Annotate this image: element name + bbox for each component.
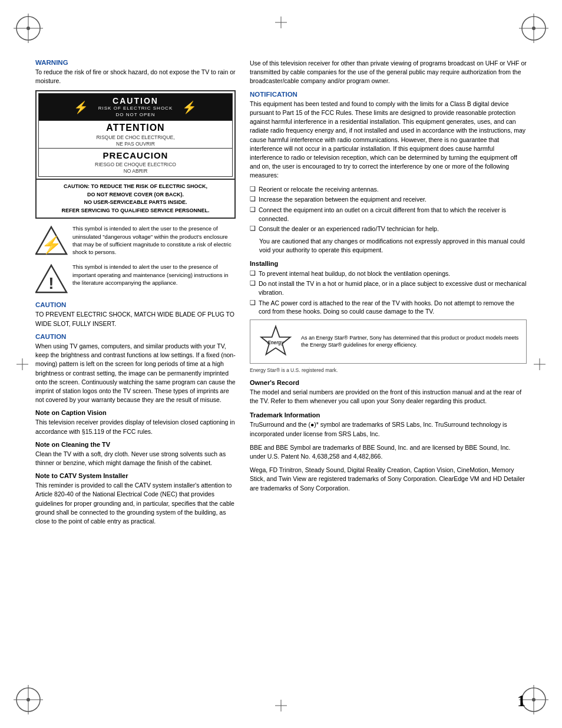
symbol1-row: ⚡ This symbol is intended to alert the u… — [35, 225, 236, 258]
cross-bottom-center — [275, 700, 287, 711]
installing-list: To prevent internal heat buildup, do not… — [250, 269, 527, 316]
precaucion-text: PRECAUCION — [39, 148, 232, 161]
notification-list-item2: Increase the separation between the equi… — [250, 195, 527, 204]
caution-bottom-line1: CAUTION: TO REDUCE THE RISK OF ELECTRIC … — [41, 183, 230, 191]
caution-bottom-line3: NO USER-SERVICEABLE PARTS INSIDE. — [41, 199, 230, 207]
svg-text:Energy: Energy — [267, 340, 284, 345]
trademark-para2: BBE and BBE Symbol are trademarks of BBE… — [250, 443, 527, 461]
page-wrapper: WARNING To reduce the risk of fire or sh… — [0, 0, 562, 728]
energy-star-note: Energy Star® is a U.S. registered mark. — [250, 367, 527, 373]
caution1-title: CAUTION — [35, 301, 236, 308]
cross-top-center — [275, 17, 287, 28]
owners-record-title: Owner's Record — [250, 379, 527, 386]
content-area: WARNING To reduce the risk of fire or sh… — [35, 59, 527, 681]
caution-bottom-box: CAUTION: TO REDUCE THE RISK OF ELECTRIC … — [37, 179, 234, 218]
notification-note: You are cautioned that any changes or mo… — [259, 237, 527, 255]
corner-mark-tr — [516, 11, 551, 46]
caution-header: ⚡ CAUTION RISK OF ELECTRIC SHOCKDO NOT O… — [39, 94, 232, 120]
symbol1-text: This symbol is intended to alert the use… — [72, 225, 236, 256]
installing-list-item1: To prevent internal heat buildup, do not… — [250, 269, 527, 278]
left-column: WARNING To reduce the risk of fire or sh… — [35, 59, 236, 681]
precaucion-subtitle: RIESGO DE CHOQUE ELECTRICONO ABRIR — [39, 161, 232, 176]
note-cleaning-title: Note on Cleaning the TV — [35, 441, 236, 448]
installing-list-item3: The AC power cord is attached to the rea… — [250, 299, 527, 316]
caution-box: ⚡ CAUTION RISK OF ELECTRIC SHOCKDO NOT O… — [35, 90, 236, 219]
note-catv-title: Note to CATV System Installer — [35, 472, 236, 479]
notification-list-item4: Consult the dealer or an experienced rad… — [250, 225, 527, 233]
owners-record-text: The model and serial numbers are provide… — [250, 388, 527, 406]
lightning-left-icon: ⚡ — [74, 100, 89, 114]
caution-inner: ⚡ CAUTION RISK OF ELECTRIC SHOCKDO NOT O… — [38, 93, 233, 177]
notification-title: NOTIFICATION — [250, 91, 527, 98]
note-caption-title: Note on Caption Vision — [35, 409, 236, 416]
lightning-right-icon: ⚡ — [182, 100, 197, 114]
attention-text: ATTENTION — [39, 120, 232, 134]
caution-header-sub: RISK OF ELECTRIC SHOCKDO NOT OPEN — [98, 106, 173, 118]
intro-text: Use of this television receiver for othe… — [250, 59, 527, 86]
installing-list-item2: Do not install the TV in a hot or humid … — [250, 279, 527, 297]
energy-star-logo: Energy — [255, 324, 296, 360]
svg-point-7 — [532, 27, 535, 30]
energy-star-box: Energy As an Energy Star® Partner, Sony … — [250, 319, 527, 364]
energy-star-text: As an Energy Star® Partner, Sony has det… — [301, 334, 521, 349]
corner-mark-bl — [11, 682, 46, 717]
attention-subtitle: RISQUE DE CHOC ELECTRIQUE,NE PAS OUVRIR — [39, 134, 232, 148]
notification-list: Reorient or relocate the receiving anten… — [250, 185, 527, 233]
energy-star-text-wrapper: As an Energy Star® Partner, Sony has det… — [301, 334, 521, 349]
caution-header-title: CAUTION — [98, 96, 173, 106]
notification-text: This equipment has been tested and found… — [250, 100, 527, 180]
notification-list-item1: Reorient or relocate the receiving anten… — [250, 185, 527, 194]
svg-text:!: ! — [48, 274, 54, 292]
trademark-para1: TruSurround and the (●)* symbol are trad… — [250, 420, 527, 438]
note-caption-text: This television receiver provides displa… — [35, 418, 236, 436]
note-catv-text: This reminder is provided to call the CA… — [35, 481, 236, 526]
warning-title: WARNING — [35, 59, 236, 66]
installing-title: Installing — [250, 260, 527, 267]
caution1-text: TO PREVENT ELECTRIC SHOCK, MATCH WIDE BL… — [35, 310, 236, 328]
symbol2-text: This symbol is intended to alert the use… — [72, 263, 236, 286]
trademark-para3: Wega, FD Trinitron, Steady Sound, Digita… — [250, 466, 527, 493]
symbol1-triangle-icon: ⚡ — [35, 225, 68, 258]
trademark-title: Trademark Information — [250, 411, 527, 419]
svg-point-3 — [27, 27, 30, 30]
cross-right-center — [534, 358, 546, 370]
caution-bottom-line4: REFER SERVICING TO QUALIFIED SERVICE PER… — [41, 207, 230, 215]
caution2-text: When using TV games, computers, and simi… — [35, 342, 236, 405]
caution-bottom-line2: DO NOT REMOVE COVER (OR BACK). — [41, 191, 230, 199]
symbol2-triangle-icon: ! — [35, 263, 68, 297]
cross-left-center — [16, 358, 28, 370]
svg-text:⚡: ⚡ — [41, 235, 62, 255]
symbol2-row: ! This symbol is intended to alert the u… — [35, 263, 236, 297]
svg-point-11 — [27, 698, 30, 701]
notification-list-item3: Connect the equipment into an outlet on … — [250, 206, 527, 223]
warning-text: To reduce the risk of fire or shock haza… — [35, 68, 236, 85]
caution2-title: CAUTION — [35, 333, 236, 340]
right-column: Use of this television receiver for othe… — [250, 59, 527, 681]
corner-mark-tl — [11, 11, 46, 46]
page-number: 1 — [517, 691, 525, 710]
note-cleaning-text: Clean the TV with a soft, dry cloth. Nev… — [35, 450, 236, 467]
svg-point-15 — [532, 698, 535, 701]
